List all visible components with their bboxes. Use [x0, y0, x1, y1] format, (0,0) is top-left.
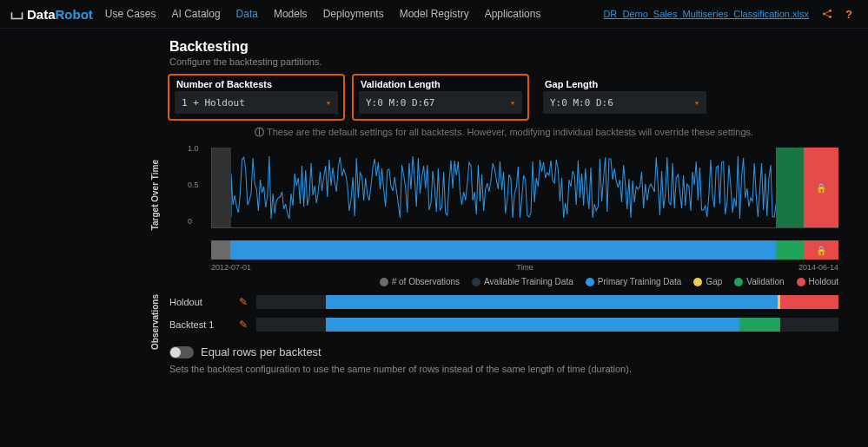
- field-label: Validation Length: [354, 76, 527, 91]
- edit-icon[interactable]: ✎: [239, 319, 248, 331]
- chevron-down-icon: ▾: [694, 98, 699, 108]
- field-number-of-backtests: Number of Backtests 1 + Holdout▾: [169, 76, 343, 119]
- field-gap-length: Gap Length Y:0 M:0 D:6▾: [538, 76, 712, 119]
- row-label-holdout: Holdout: [169, 297, 230, 307]
- svg-point-1: [829, 10, 832, 12]
- toggle-equal-rows[interactable]: [169, 346, 194, 358]
- nav-use-cases[interactable]: Use Cases: [105, 8, 156, 20]
- axis-start: 2012-07-01: [211, 263, 251, 272]
- nav-ai-catalog[interactable]: AI Catalog: [172, 8, 221, 20]
- monitor-icon: ⌴: [10, 7, 23, 22]
- axis-label: Time: [516, 263, 533, 272]
- lock-icon: 🔒: [816, 246, 826, 255]
- field-validation-length: Validation Length Y:0 M:0 D:67▾: [354, 76, 527, 119]
- share-icon[interactable]: [821, 8, 833, 20]
- nav-deployments[interactable]: Deployments: [323, 8, 384, 20]
- ylabel-observations: Observations: [150, 294, 160, 350]
- target-over-time-chart: 1.00.50 🔒: [211, 148, 838, 228]
- signal-line: [231, 148, 776, 227]
- select-number-of-backtests[interactable]: 1 + Holdout▾: [175, 91, 338, 114]
- svg-point-2: [829, 16, 832, 18]
- chevron-down-icon: ▾: [510, 98, 515, 108]
- ylabel-target: Target Over Time: [150, 160, 160, 230]
- chart-legend: # of Observations Available Training Dat…: [211, 277, 838, 286]
- file-link[interactable]: DR_Demo_Sales_Multiseries_Classification…: [603, 9, 809, 19]
- nav-model-registry[interactable]: Model Registry: [400, 8, 469, 20]
- observations-bar: 🔒: [211, 240, 838, 260]
- select-validation-length[interactable]: Y:0 M:0 D:67▾: [359, 91, 522, 114]
- backtest1-bar[interactable]: [256, 318, 838, 332]
- page-title: Backtesting: [169, 39, 838, 55]
- nav-applications[interactable]: Applications: [485, 8, 541, 20]
- holdout-bar[interactable]: [256, 295, 838, 309]
- select-gap-length[interactable]: Y:0 M:0 D:6▾: [543, 91, 706, 114]
- chevron-down-icon: ▾: [326, 98, 331, 108]
- settings-hint: ⓘ These are the default settings for all…: [169, 126, 838, 139]
- toggle-label: Equal rows per backtest: [201, 345, 321, 358]
- axis-end: 2014-06-14: [798, 263, 838, 272]
- help-icon[interactable]: ?: [845, 8, 858, 20]
- page-subtitle: Configure the backtesting partitions.: [169, 56, 838, 67]
- svg-point-0: [823, 13, 825, 16]
- toggle-description: Sets the backtest configuration to use t…: [169, 364, 838, 374]
- nav-data[interactable]: Data: [236, 8, 258, 20]
- field-label: Number of Backtests: [169, 76, 343, 91]
- info-icon: ⓘ: [255, 127, 267, 137]
- edit-icon[interactable]: ✎: [239, 296, 248, 308]
- nav-models[interactable]: Models: [274, 8, 308, 20]
- logo: ⌴ DataRobot: [10, 7, 93, 22]
- lock-icon: 🔒: [816, 183, 826, 193]
- row-label-backtest1: Backtest 1: [169, 319, 230, 330]
- field-label: Gap Length: [538, 76, 712, 91]
